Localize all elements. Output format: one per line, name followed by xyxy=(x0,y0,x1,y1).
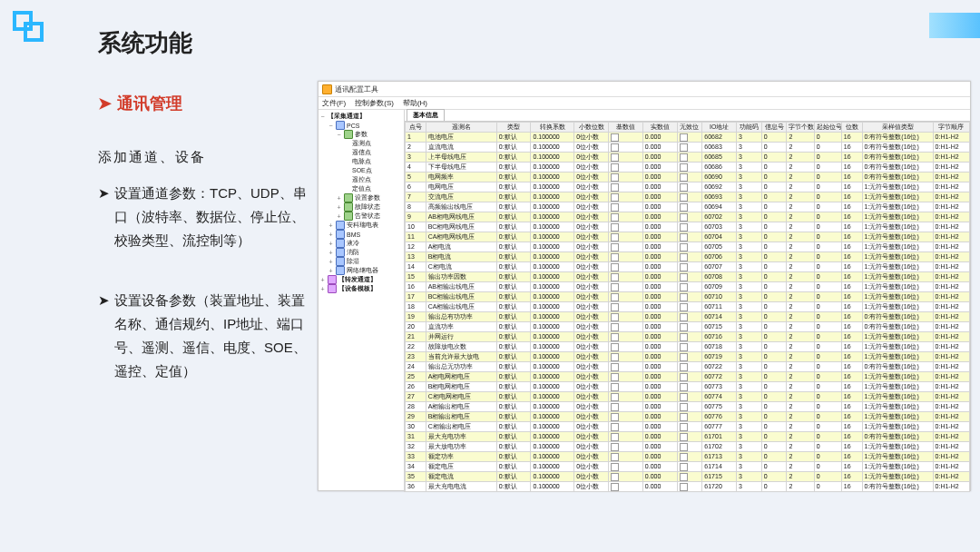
tree-node[interactable]: +BMS xyxy=(319,230,403,239)
checkbox[interactable] xyxy=(611,433,619,441)
table-row[interactable]: 5电网频率0:默认0.1000000位小数0.000606903020160:有… xyxy=(406,172,970,182)
checkbox[interactable] xyxy=(680,423,688,431)
table-row[interactable]: 12A相电流0:默认0.1000000位小数0.000607053020161:… xyxy=(406,242,970,252)
checkbox[interactable] xyxy=(680,203,688,212)
table-row[interactable]: 29B相输出相电压0:默认0.1000000位小数0.0006077630201… xyxy=(406,412,970,422)
table-row[interactable]: 32最大放电功率0:默认0.1000000位小数0.00061702302016… xyxy=(406,442,970,452)
table-row[interactable]: 2直流电流0:默认0.1000000位小数0.000606833020160:有… xyxy=(406,143,970,153)
table-row[interactable]: 14C相电流0:默认0.1000000位小数0.000607073020161:… xyxy=(406,262,970,272)
checkbox[interactable] xyxy=(680,153,688,162)
table-row[interactable]: 6电网电压0:默认0.1000000位小数0.000606923020161:无… xyxy=(406,182,970,192)
checkbox[interactable] xyxy=(611,183,619,192)
tree-node[interactable]: 遥控点 xyxy=(319,175,403,184)
column-header[interactable]: 无效位 xyxy=(677,123,702,133)
nav-tree[interactable]: −【采集通道】−PCS−参数遥测点遥信点电脉点SOE点遥控点定值点+设置参数+故… xyxy=(318,110,405,492)
checkbox[interactable] xyxy=(680,213,688,222)
checkbox[interactable] xyxy=(611,413,619,421)
table-row[interactable]: 23当前允许最大放电0:默认0.1000000位小数0.000607193020… xyxy=(406,352,970,362)
checkbox[interactable] xyxy=(611,223,619,232)
checkbox[interactable] xyxy=(611,363,619,371)
tree-node[interactable]: +除湿 xyxy=(319,257,403,266)
checkbox[interactable] xyxy=(680,293,688,301)
table-row[interactable]: 16AB相输出线电压0:默认0.1000000位小数0.000607093020… xyxy=(406,282,970,292)
checkbox[interactable] xyxy=(680,463,688,471)
checkbox[interactable] xyxy=(680,363,688,371)
checkbox[interactable] xyxy=(680,353,688,361)
checkbox[interactable] xyxy=(680,143,688,152)
tree-node[interactable]: +故障状态 xyxy=(319,202,403,212)
checkbox[interactable] xyxy=(680,303,688,311)
table-row[interactable]: 36最大充电电流0:默认0.1000000位小数0.00061720302016… xyxy=(406,482,970,492)
table-row[interactable]: 19输出总有功功率0:默认0.1000000位小数0.0006071430201… xyxy=(406,312,970,322)
checkbox[interactable] xyxy=(680,263,688,271)
checkbox[interactable] xyxy=(611,473,619,481)
checkbox[interactable] xyxy=(611,153,619,162)
column-header[interactable]: 小数位数 xyxy=(574,123,609,133)
checkbox[interactable] xyxy=(611,393,619,401)
table-row[interactable]: 13B相电流0:默认0.1000000位小数0.000607063020161:… xyxy=(406,252,970,262)
tree-node[interactable]: +液冷 xyxy=(319,239,403,248)
checkbox[interactable] xyxy=(680,403,688,411)
checkbox[interactable] xyxy=(680,273,688,281)
checkbox[interactable] xyxy=(611,253,619,261)
checkbox[interactable] xyxy=(611,203,619,212)
table-row[interactable]: 17BC相输出线电压0:默认0.1000000位小数0.000607103020… xyxy=(406,292,970,302)
table-row[interactable]: 3上半母线电压0:默认0.1000000位小数0.000606853020160… xyxy=(406,153,970,163)
menu-control[interactable]: 控制参数(S) xyxy=(355,98,394,108)
checkbox[interactable] xyxy=(611,373,619,381)
checkbox[interactable] xyxy=(680,393,688,401)
tree-node[interactable]: +【转发通道】 xyxy=(319,275,403,284)
table-row[interactable]: 35额定电流0:默认0.1000000位小数0.000617153020161:… xyxy=(406,472,970,482)
checkbox[interactable] xyxy=(680,453,688,461)
checkbox[interactable] xyxy=(611,293,619,301)
checkbox[interactable] xyxy=(680,483,688,491)
checkbox[interactable] xyxy=(611,193,619,202)
checkbox[interactable] xyxy=(611,453,619,461)
table-row[interactable]: 28A相输出相电压0:默认0.1000000位小数0.0006077530201… xyxy=(406,402,970,412)
checkbox[interactable] xyxy=(680,233,688,242)
table-row[interactable]: 33额定功率0:默认0.1000000位小数0.000617133020161:… xyxy=(406,452,970,462)
tree-node[interactable]: −【采集通道】 xyxy=(319,112,403,121)
table-row[interactable]: 11CA相电网线电压0:默认0.1000000位小数0.000607043020… xyxy=(406,232,970,242)
tree-node[interactable]: +设置参数 xyxy=(319,193,403,202)
tree-node[interactable]: 遥信点 xyxy=(319,148,403,157)
table-row[interactable]: 1电池电压0:默认0.1000000位小数0.000606823020160:有… xyxy=(406,133,970,143)
checkbox[interactable] xyxy=(680,313,688,321)
column-header[interactable]: 位数 xyxy=(841,123,862,133)
checkbox[interactable] xyxy=(611,343,619,351)
checkbox[interactable] xyxy=(611,233,619,242)
table-row[interactable]: 7交流电压0:默认0.1000000位小数0.000606933020161:无… xyxy=(406,192,970,202)
table-row[interactable]: 8高频输出线电压0:默认0.1000000位小数0.00060694302016… xyxy=(406,202,970,212)
tree-node[interactable]: +安科瑞电表 xyxy=(319,221,403,230)
checkbox[interactable] xyxy=(680,243,688,251)
table-row[interactable]: 21并网运行0:默认0.1000000位小数0.000607163020161:… xyxy=(406,332,970,342)
checkbox[interactable] xyxy=(611,273,619,281)
tree-node[interactable]: 电脉点 xyxy=(319,157,403,166)
checkbox[interactable] xyxy=(680,253,688,261)
column-header[interactable]: 转换系数 xyxy=(531,123,574,133)
checkbox[interactable] xyxy=(680,183,688,192)
checkbox[interactable] xyxy=(611,313,619,321)
checkbox[interactable] xyxy=(680,133,688,142)
table-row[interactable]: 20直流功率0:默认0.1000000位小数0.000607153020160:… xyxy=(406,322,970,332)
column-header[interactable]: 采样值类型 xyxy=(862,123,933,133)
checkbox[interactable] xyxy=(680,163,688,172)
tree-node[interactable]: +【设备模板】 xyxy=(319,284,403,293)
table-row[interactable]: 37最大放电电流0:默认0.1000000位小数0.00061721302016… xyxy=(406,492,970,493)
checkbox[interactable] xyxy=(680,383,688,391)
tree-node[interactable]: 遥测点 xyxy=(319,139,403,148)
checkbox[interactable] xyxy=(611,403,619,411)
checkbox[interactable] xyxy=(611,213,619,222)
checkbox[interactable] xyxy=(680,323,688,331)
checkbox[interactable] xyxy=(680,223,688,232)
menu-file[interactable]: 文件(F) xyxy=(322,98,346,108)
column-header[interactable]: 信息号 xyxy=(761,123,787,133)
table-row[interactable]: 24输出总无功功率0:默认0.1000000位小数0.0006072230201… xyxy=(406,362,970,372)
column-header[interactable]: 遥测名 xyxy=(426,123,496,133)
checkbox[interactable] xyxy=(611,283,619,291)
checkbox[interactable] xyxy=(611,263,619,271)
table-row[interactable]: 9AB相电网线电压0:默认0.1000000位小数0.0006070230201… xyxy=(406,212,970,222)
checkbox[interactable] xyxy=(611,443,619,451)
checkbox[interactable] xyxy=(680,193,688,202)
checkbox[interactable] xyxy=(611,353,619,361)
